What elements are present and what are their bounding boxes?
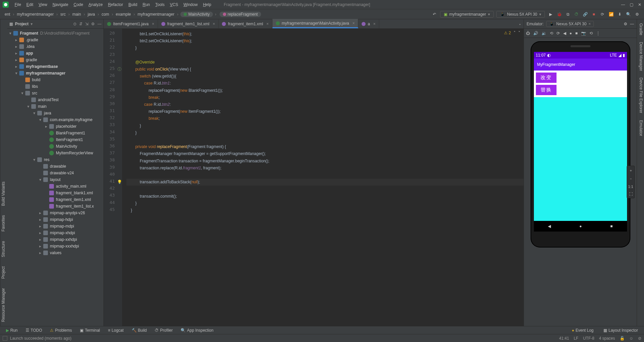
tool-problems[interactable]: ⚠Problems	[47, 328, 75, 333]
tool-build[interactable]: 🔨Build	[128, 328, 150, 333]
tree-node-mipmap-mdpi[interactable]: ▸mipmap-mdpi	[7, 223, 103, 230]
menu-code[interactable]: Code	[71, 2, 86, 7]
tree-node-values[interactable]: ▸values	[7, 250, 103, 256]
nav-back-icon[interactable]: ◀	[548, 224, 551, 229]
tree-node-mipmap-xhdpi[interactable]: ▸mipmap-xhdpi	[7, 230, 103, 236]
tree-node-mipmap-xxxhdpi[interactable]: ▸mipmap-xxxhdpi	[7, 243, 103, 250]
breadcrumb-segment[interactable]: example	[114, 12, 133, 17]
memory-indicator-icon[interactable]: ☺	[629, 336, 633, 341]
menu-analyze[interactable]: Analyze	[86, 2, 105, 7]
emu-screenshot-icon[interactable]: 📷	[581, 31, 586, 36]
menu-build[interactable]: Build	[126, 2, 140, 7]
tree-node-fragment-item1-list-x[interactable]: fragment_item1_list.x	[7, 203, 103, 210]
strip-emulator[interactable]: Emulator	[638, 119, 643, 137]
emu-back-icon[interactable]: ◀	[563, 31, 566, 36]
run-configuration-selector[interactable]: ▣ myfragmentmanager ▾	[440, 11, 494, 18]
emu-rotate-left-icon[interactable]: ⟲	[550, 31, 553, 36]
tree-node-gradle[interactable]: ▸gradle	[7, 57, 103, 63]
tree-node-drawable[interactable]: drawable	[7, 163, 103, 170]
tab-close-icon[interactable]: ×	[152, 22, 154, 26]
tree-node-mipmap-anydpi-v26[interactable]: ▸mipmap-anydpi-v26	[7, 210, 103, 216]
collapse-all-icon[interactable]: ⇲	[85, 22, 88, 26]
tree-node-layout[interactable]: ▾layout	[7, 176, 103, 183]
breadcrumb-segment[interactable]: com	[99, 12, 111, 17]
readonly-toggle-icon[interactable]: 🔓	[620, 336, 625, 341]
tree-node-myfragmentmanager[interactable]: ▾myfragmentmanager	[7, 70, 103, 77]
coverage-icon[interactable]: ⧉	[564, 11, 571, 18]
emu-rotate-right-icon[interactable]: ⟳	[557, 31, 560, 36]
tree-node-mipmap-hdpi[interactable]: ▸mipmap-hdpi	[7, 216, 103, 223]
intention-bulb-icon[interactable]: 💡	[117, 179, 122, 186]
line-separator[interactable]: LF	[574, 336, 578, 341]
tree-node-drawable-v24[interactable]: drawable-v24	[7, 170, 103, 176]
tool-window-toggle-icon[interactable]	[3, 336, 7, 341]
prev-highlight-icon[interactable]: ˄	[514, 31, 516, 35]
emu-hide-icon[interactable]: —	[630, 22, 634, 26]
avd-manager-icon[interactable]: 📶	[607, 11, 615, 18]
tree-node-build[interactable]: build	[7, 77, 103, 83]
tree-node--gradle[interactable]: ▸.gradle	[7, 37, 103, 43]
zoom-in-icon[interactable]: ＋	[629, 168, 633, 173]
emu-home-icon[interactable]: ●	[569, 31, 572, 36]
hide-tool-icon[interactable]: —	[97, 22, 101, 26]
attach-debugger-icon[interactable]: 🔗	[581, 11, 589, 18]
strip-resource-manager[interactable]: Resource Manager	[1, 287, 7, 323]
zoom-out-icon[interactable]: －	[629, 176, 633, 181]
tab-close-icon[interactable]: ×	[373, 22, 376, 26]
file-encoding[interactable]: UTF-8	[583, 336, 594, 341]
emu-more-icon[interactable]: ⋮	[596, 31, 600, 36]
editor-tab[interactable]: fragment_item1_list.xml×	[158, 20, 219, 28]
close-window-icon[interactable]: ✕	[638, 2, 641, 7]
breadcrumb-segment[interactable]: java	[85, 12, 97, 17]
editor-tab[interactable]: myfragmentmanager\MainActivity.java×	[272, 19, 359, 28]
zoom-level[interactable]: 1:1	[628, 185, 633, 189]
tool-app-inspection[interactable]: 🔍App Inspection	[177, 328, 217, 333]
tree-node-mipmap-xxhdpi[interactable]: ▸mipmap-xxhdpi	[7, 236, 103, 243]
strip-project[interactable]: Project	[1, 265, 7, 280]
breadcrumb-segment[interactable]: ent	[3, 12, 12, 17]
tree-node-blankfragment1[interactable]: BlankFragment1	[7, 130, 103, 136]
indent-setting[interactable]: 4 spaces	[599, 336, 615, 341]
tree-node-fragment-blank1-xml[interactable]: fragment_blank1.xml	[7, 190, 103, 196]
tree-node-main[interactable]: ▾main	[7, 103, 103, 110]
tree-node-androidtest[interactable]: androidTest	[7, 96, 103, 103]
zoom-fit-icon[interactable]: ⛶	[629, 192, 633, 196]
strip-build-variants[interactable]: Build Variants	[1, 180, 7, 207]
strip-device-manager[interactable]: Device Manager	[638, 41, 643, 72]
run-button-icon[interactable]: ▶	[547, 11, 554, 18]
maximize-icon[interactable]: ▢	[630, 2, 633, 7]
next-highlight-icon[interactable]: ˅	[518, 31, 520, 35]
profile-icon[interactable]: ⏱	[573, 11, 580, 18]
caret-position[interactable]: 41:41	[559, 336, 569, 341]
editor-tab[interactable]: fragment_item1.xml×	[219, 20, 272, 28]
tool-profiler[interactable]: ⏱Profiler	[151, 328, 176, 333]
menu-vcs[interactable]: VCS	[167, 2, 181, 7]
breadcrumb-segment[interactable]: main	[70, 12, 83, 17]
tree-node-java[interactable]: ▾java	[7, 110, 103, 116]
debug-button-icon[interactable]: 🐞	[556, 11, 563, 18]
emu-overview-icon[interactable]: ■	[575, 31, 577, 36]
app-button-replace[interactable]: 替换	[536, 85, 557, 95]
breadcrumb-segment[interactable]: myfragmentmanager	[15, 12, 56, 17]
tree-node-myitemrecyclerview[interactable]: MyItemRecyclerView	[7, 150, 103, 156]
ide-errors-icon[interactable]: ⊘	[638, 336, 641, 341]
select-opened-file-icon[interactable]: ⊙	[73, 22, 77, 26]
project-view-icon[interactable]: ▦	[9, 22, 13, 26]
tool-event-log[interactable]: ●Event Log	[568, 328, 597, 333]
tool-logcat[interactable]: ≡Logcat	[105, 328, 127, 333]
menu-refactor[interactable]: Refactor	[105, 2, 126, 7]
tree-node-activity-main-xml[interactable]: activity_main.xml	[7, 183, 103, 190]
tree-node-res[interactable]: ▾res	[7, 156, 103, 163]
menu-window[interactable]: Window	[181, 2, 200, 7]
menu-navigate[interactable]: Navigate	[50, 2, 71, 7]
strip-gradle[interactable]: Gradle	[638, 22, 643, 37]
menu-view[interactable]: View	[36, 2, 50, 7]
emulator-device-selector[interactable]: 📱 Nexus 5X API 30 ×	[546, 21, 594, 27]
menu-edit[interactable]: Edit	[24, 2, 36, 7]
tab-close-icon[interactable]: ×	[213, 22, 215, 26]
menu-run[interactable]: Run	[140, 2, 153, 7]
code-content[interactable]: btn1.setOnClickListener(this); btn2.setO…	[122, 29, 524, 326]
nav-overview-icon[interactable]: ■	[610, 224, 613, 229]
menu-file[interactable]: File	[12, 2, 24, 7]
emu-record-icon[interactable]: ⟲	[589, 31, 593, 36]
